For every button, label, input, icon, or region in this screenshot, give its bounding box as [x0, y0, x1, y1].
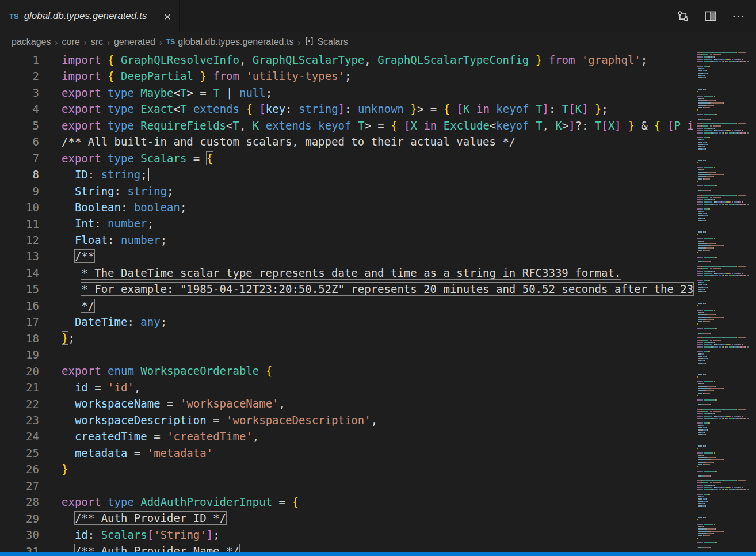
code-line[interactable]: export type Exact<T extends { [key: stri…: [62, 101, 694, 117]
code-line[interactable]: metadata = 'metadata': [62, 445, 694, 461]
breadcrumb-item-symbol[interactable]: Scalars: [304, 36, 348, 48]
breadcrumb-item-src[interactable]: src: [91, 37, 103, 47]
scrollbar[interactable]: [749, 52, 756, 552]
line-number: 12: [0, 232, 39, 248]
line-number: 21: [0, 379, 39, 395]
breadcrumb-file-label: global.db.types.generated.ts: [178, 37, 293, 47]
minimap-content: [697, 52, 749, 548]
line-number: 23: [0, 412, 39, 428]
breadcrumb-separator: ›: [84, 37, 87, 47]
status-bar: [0, 552, 756, 556]
code-line[interactable]: export type Maybe<T> = T | null;: [62, 85, 694, 101]
tab-close-icon[interactable]: ×: [163, 10, 172, 22]
line-number: 7: [0, 150, 39, 166]
code-line[interactable]: /** All built-in and custom scalars, map…: [62, 134, 694, 150]
code-line[interactable]: * For example: "1985-04-12T23:20:50.52Z"…: [62, 281, 694, 297]
code-line[interactable]: export type AddAuthProviderInput = {: [62, 494, 694, 510]
line-number: 11: [0, 216, 39, 232]
line-number: 10: [0, 199, 39, 215]
code-line[interactable]: }: [62, 461, 694, 477]
code-line[interactable]: /** Auth Provider Name */: [62, 543, 694, 552]
line-number: 22: [0, 396, 39, 412]
code-line[interactable]: export type RequireFields<T, K extends k…: [62, 117, 694, 134]
line-number: 2: [0, 68, 39, 84]
code-line[interactable]: [62, 477, 694, 493]
line-number: 3: [0, 85, 39, 101]
breadcrumb-item-core[interactable]: core: [62, 37, 80, 47]
typescript-file-icon: TS: [9, 12, 19, 21]
code-line[interactable]: workspaceName = 'workspaceName',: [62, 395, 694, 412]
line-number: 19: [0, 346, 39, 363]
gutter: 1234567891011121314151617181920212223242…: [0, 52, 39, 552]
code-line[interactable]: export enum WorkspaceOrderable {: [62, 363, 694, 379]
line-number: 24: [0, 428, 39, 444]
minimap[interactable]: [697, 52, 749, 552]
line-number: 20: [0, 363, 39, 379]
editor-tab[interactable]: TS global.db.types.generated.ts ×: [0, 0, 180, 32]
line-number: 30: [0, 527, 39, 543]
code-line[interactable]: [62, 346, 694, 363]
code-line[interactable]: Float: number;: [62, 232, 694, 248]
line-number: 6: [0, 134, 39, 150]
line-number: 31: [0, 543, 39, 552]
open-changes-icon[interactable]: [677, 10, 689, 22]
line-number: 28: [0, 494, 39, 510]
line-number: 5: [0, 117, 39, 134]
code-line[interactable]: };: [62, 330, 694, 346]
breadcrumb-item-generated[interactable]: generated: [114, 37, 155, 47]
line-number: 16: [0, 298, 39, 314]
line-number: 9: [0, 183, 39, 199]
line-number: 8: [0, 166, 39, 182]
code-line[interactable]: id = 'id',: [62, 379, 694, 395]
split-editor-icon[interactable]: [704, 10, 717, 22]
code-line[interactable]: id: Scalars['String'];: [62, 527, 694, 543]
line-number: 14: [0, 265, 39, 281]
breadcrumb-separator: ›: [107, 37, 110, 47]
code-line[interactable]: String: string;: [62, 183, 694, 199]
line-number: 27: [0, 478, 39, 494]
breadcrumb: packages › core › src › generated › TS g…: [0, 32, 756, 52]
code-line[interactable]: DateTime: any;: [62, 314, 694, 330]
typescript-file-icon: TS: [166, 38, 175, 46]
code-line[interactable]: export type Scalars = {: [62, 150, 694, 166]
line-number: 15: [0, 281, 39, 297]
breadcrumb-separator: ›: [159, 37, 162, 47]
more-actions-icon[interactable]: ⋯: [732, 10, 744, 22]
tab-label: global.db.types.generated.ts: [24, 10, 161, 22]
line-number: 26: [0, 461, 39, 477]
tab-bar: TS global.db.types.generated.ts × ⋯: [0, 0, 756, 32]
breadcrumb-separator: ›: [297, 37, 300, 47]
breadcrumb-item-packages[interactable]: packages: [12, 37, 51, 47]
code-line[interactable]: * The DateTime scalar type represents da…: [62, 265, 694, 281]
code-line[interactable]: Int: number;: [62, 215, 694, 231]
code-line[interactable]: ID: string;: [62, 166, 694, 182]
editor-actions: ⋯: [677, 0, 756, 32]
line-number: 25: [0, 445, 39, 461]
code-line[interactable]: /** Auth Provider ID */: [62, 510, 694, 526]
code-line[interactable]: /**: [62, 248, 694, 264]
type-symbol-icon: [304, 36, 314, 48]
line-number: 1: [0, 52, 39, 68]
code-line[interactable]: Boolean: boolean;: [62, 199, 694, 215]
code-line[interactable]: workspaceDescription = 'workspaceDescrip…: [62, 412, 694, 428]
breadcrumb-item-file[interactable]: TS global.db.types.generated.ts: [166, 37, 293, 47]
text-cursor: [148, 168, 149, 181]
line-number: 17: [0, 314, 39, 330]
line-number: 13: [0, 248, 39, 264]
breadcrumb-separator: ›: [55, 37, 58, 47]
code-line[interactable]: import { DeepPartial } from 'utility-typ…: [62, 68, 694, 84]
editor: 1234567891011121314151617181920212223242…: [0, 52, 756, 552]
breadcrumb-symbol-label: Scalars: [317, 37, 348, 47]
code-line[interactable]: */: [62, 298, 694, 314]
line-number: 4: [0, 101, 39, 117]
code-line[interactable]: import { GraphQLResolveInfo, GraphQLScal…: [62, 52, 694, 68]
line-number: 18: [0, 330, 39, 346]
line-number: 29: [0, 511, 39, 527]
code-area[interactable]: import { GraphQLResolveInfo, GraphQLScal…: [62, 52, 694, 552]
code-line[interactable]: createdTime = 'createdTime',: [62, 428, 694, 444]
